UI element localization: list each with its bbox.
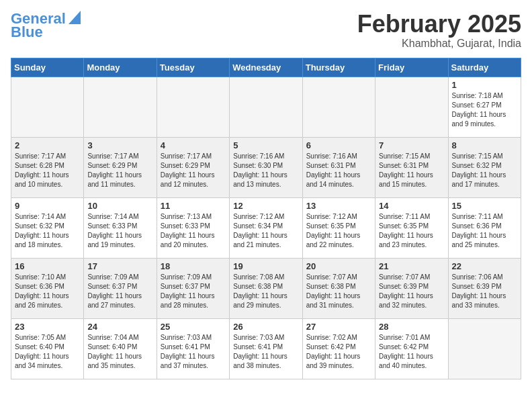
- calendar-day-cell: 10Sunrise: 7:14 AM Sunset: 6:33 PM Dayli…: [84, 197, 157, 258]
- calendar-day-cell: 27Sunrise: 7:02 AM Sunset: 6:42 PM Dayli…: [302, 318, 375, 379]
- calendar-day-cell: 16Sunrise: 7:10 AM Sunset: 6:36 PM Dayli…: [11, 258, 84, 318]
- day-of-week-wednesday: Wednesday: [230, 58, 302, 77]
- title-block: February 2025 Khambhat, Gujarat, India: [357, 11, 521, 50]
- calendar-week-row: 1Sunrise: 7:18 AM Sunset: 6:27 PM Daylig…: [11, 77, 521, 137]
- day-info: Sunrise: 7:05 AM Sunset: 6:40 PM Dayligh…: [15, 333, 80, 371]
- day-info: Sunrise: 7:12 AM Sunset: 6:35 PM Dayligh…: [306, 212, 371, 250]
- day-number: 8: [452, 140, 517, 150]
- calendar-day-cell: 13Sunrise: 7:12 AM Sunset: 6:35 PM Dayli…: [302, 197, 375, 258]
- calendar-day-cell: 22Sunrise: 7:06 AM Sunset: 6:39 PM Dayli…: [448, 258, 521, 318]
- calendar-day-cell: [302, 77, 375, 137]
- calendar-day-cell: 25Sunrise: 7:03 AM Sunset: 6:41 PM Dayli…: [157, 318, 229, 379]
- page-header: General Blue February 2025 Khambhat, Guj…: [11, 11, 521, 50]
- day-number: 16: [15, 261, 80, 271]
- day-number: 23: [15, 322, 80, 332]
- day-number: 5: [233, 140, 298, 150]
- day-number: 17: [87, 261, 152, 271]
- day-info: Sunrise: 7:08 AM Sunset: 6:38 PM Dayligh…: [233, 273, 298, 310]
- day-info: Sunrise: 7:07 AM Sunset: 6:38 PM Dayligh…: [306, 273, 371, 310]
- day-of-week-monday: Monday: [84, 58, 157, 77]
- day-info: Sunrise: 7:14 AM Sunset: 6:33 PM Dayligh…: [87, 212, 152, 250]
- day-number: 25: [161, 322, 226, 332]
- day-info: Sunrise: 7:12 AM Sunset: 6:34 PM Dayligh…: [233, 212, 298, 250]
- calendar-day-cell: [84, 77, 157, 137]
- calendar-day-cell: 26Sunrise: 7:03 AM Sunset: 6:41 PM Dayli…: [230, 318, 302, 379]
- logo-text-line2: Blue: [11, 24, 43, 40]
- day-of-week-tuesday: Tuesday: [157, 58, 229, 77]
- day-info: Sunrise: 7:03 AM Sunset: 6:41 PM Dayligh…: [233, 333, 298, 371]
- calendar-day-cell: [375, 77, 448, 137]
- day-info: Sunrise: 7:14 AM Sunset: 6:32 PM Dayligh…: [15, 212, 80, 250]
- day-number: 14: [379, 201, 444, 211]
- day-info: Sunrise: 7:16 AM Sunset: 6:31 PM Dayligh…: [306, 152, 371, 189]
- calendar-day-cell: 12Sunrise: 7:12 AM Sunset: 6:34 PM Dayli…: [230, 197, 302, 258]
- day-info: Sunrise: 7:09 AM Sunset: 6:37 PM Dayligh…: [87, 273, 152, 310]
- calendar-day-cell: 18Sunrise: 7:09 AM Sunset: 6:37 PM Dayli…: [157, 258, 229, 318]
- day-info: Sunrise: 7:06 AM Sunset: 6:39 PM Dayligh…: [452, 273, 517, 310]
- calendar-day-cell: 5Sunrise: 7:16 AM Sunset: 6:30 PM Daylig…: [230, 137, 302, 197]
- calendar-week-row: 16Sunrise: 7:10 AM Sunset: 6:36 PM Dayli…: [11, 258, 521, 318]
- calendar-day-cell: 24Sunrise: 7:04 AM Sunset: 6:40 PM Dayli…: [84, 318, 157, 379]
- day-info: Sunrise: 7:15 AM Sunset: 6:31 PM Dayligh…: [379, 152, 444, 189]
- calendar-day-cell: 14Sunrise: 7:11 AM Sunset: 6:35 PM Dayli…: [375, 197, 448, 258]
- calendar-day-cell: 6Sunrise: 7:16 AM Sunset: 6:31 PM Daylig…: [302, 137, 375, 197]
- day-number: 15: [452, 201, 517, 211]
- day-number: 26: [233, 322, 298, 332]
- day-info: Sunrise: 7:07 AM Sunset: 6:39 PM Dayligh…: [379, 273, 444, 310]
- day-number: 10: [87, 201, 152, 211]
- calendar-day-cell: 11Sunrise: 7:13 AM Sunset: 6:33 PM Dayli…: [157, 197, 229, 258]
- calendar-title: February 2025: [357, 11, 521, 38]
- calendar-day-cell: 1Sunrise: 7:18 AM Sunset: 6:27 PM Daylig…: [448, 77, 521, 137]
- calendar-day-cell: 4Sunrise: 7:17 AM Sunset: 6:29 PM Daylig…: [157, 137, 229, 197]
- day-number: 3: [87, 140, 152, 150]
- day-of-week-sunday: Sunday: [11, 58, 84, 77]
- calendar-day-cell: 15Sunrise: 7:11 AM Sunset: 6:36 PM Dayli…: [448, 197, 521, 258]
- day-info: Sunrise: 7:03 AM Sunset: 6:41 PM Dayligh…: [161, 333, 226, 371]
- calendar-day-cell: 8Sunrise: 7:15 AM Sunset: 6:32 PM Daylig…: [448, 137, 521, 197]
- day-number: 1: [452, 80, 517, 90]
- day-info: Sunrise: 7:17 AM Sunset: 6:29 PM Dayligh…: [161, 152, 226, 189]
- day-number: 4: [161, 140, 226, 150]
- calendar-day-cell: 17Sunrise: 7:09 AM Sunset: 6:37 PM Dayli…: [84, 258, 157, 318]
- svg-marker-0: [69, 11, 81, 24]
- day-number: 13: [306, 201, 371, 211]
- day-info: Sunrise: 7:11 AM Sunset: 6:35 PM Dayligh…: [379, 212, 444, 250]
- day-number: 2: [15, 140, 80, 150]
- calendar-week-row: 23Sunrise: 7:05 AM Sunset: 6:40 PM Dayli…: [11, 318, 521, 379]
- day-info: Sunrise: 7:04 AM Sunset: 6:40 PM Dayligh…: [87, 333, 152, 371]
- calendar-day-cell: 3Sunrise: 7:17 AM Sunset: 6:29 PM Daylig…: [84, 137, 157, 197]
- calendar-day-cell: [11, 77, 84, 137]
- day-number: 9: [15, 201, 80, 211]
- day-number: 27: [306, 322, 371, 332]
- day-of-week-thursday: Thursday: [302, 58, 375, 77]
- day-number: 18: [161, 261, 226, 271]
- logo-icon: [69, 11, 81, 24]
- calendar-day-cell: 7Sunrise: 7:15 AM Sunset: 6:31 PM Daylig…: [375, 137, 448, 197]
- day-info: Sunrise: 7:10 AM Sunset: 6:36 PM Dayligh…: [15, 273, 80, 310]
- calendar-day-cell: [157, 77, 229, 137]
- logo: General Blue: [11, 11, 81, 40]
- day-info: Sunrise: 7:02 AM Sunset: 6:42 PM Dayligh…: [306, 333, 371, 371]
- day-number: 6: [306, 140, 371, 150]
- day-number: 21: [379, 261, 444, 271]
- day-info: Sunrise: 7:15 AM Sunset: 6:32 PM Dayligh…: [452, 152, 517, 189]
- day-number: 20: [306, 261, 371, 271]
- day-number: 24: [87, 322, 152, 332]
- calendar-day-cell: 19Sunrise: 7:08 AM Sunset: 6:38 PM Dayli…: [230, 258, 302, 318]
- day-number: 19: [233, 261, 298, 271]
- day-number: 7: [379, 140, 444, 150]
- calendar-day-cell: 21Sunrise: 7:07 AM Sunset: 6:39 PM Dayli…: [375, 258, 448, 318]
- calendar-header-row: SundayMondayTuesdayWednesdayThursdayFrid…: [11, 58, 521, 77]
- day-info: Sunrise: 7:11 AM Sunset: 6:36 PM Dayligh…: [452, 212, 517, 250]
- calendar-day-cell: [448, 318, 521, 379]
- calendar-day-cell: 9Sunrise: 7:14 AM Sunset: 6:32 PM Daylig…: [11, 197, 84, 258]
- calendar-day-cell: [230, 77, 302, 137]
- calendar-day-cell: 28Sunrise: 7:01 AM Sunset: 6:42 PM Dayli…: [375, 318, 448, 379]
- day-info: Sunrise: 7:13 AM Sunset: 6:33 PM Dayligh…: [161, 212, 226, 250]
- day-number: 11: [161, 201, 226, 211]
- day-number: 28: [379, 322, 444, 332]
- day-of-week-saturday: Saturday: [448, 58, 521, 77]
- calendar-day-cell: 2Sunrise: 7:17 AM Sunset: 6:28 PM Daylig…: [11, 137, 84, 197]
- calendar-week-row: 9Sunrise: 7:14 AM Sunset: 6:32 PM Daylig…: [11, 197, 521, 258]
- calendar-day-cell: 20Sunrise: 7:07 AM Sunset: 6:38 PM Dayli…: [302, 258, 375, 318]
